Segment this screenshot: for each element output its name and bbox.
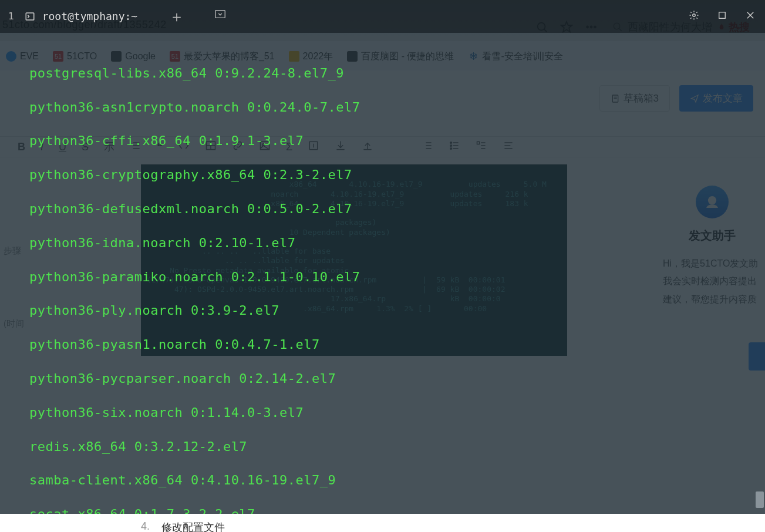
package-line: python36-pyasn1.noarch 0:0.4.7-1.el7 [14, 336, 753, 353]
package-line: python36-defusedxml.noarch 0:0.5.0-2.el7 [14, 201, 753, 218]
close-icon[interactable] [745, 8, 756, 25]
terminal-output[interactable]: postgresql-libs.x86_64 0:9.2.24-8.el7_9 … [14, 48, 753, 508]
svg-point-42 [693, 14, 696, 16]
svg-rect-41 [215, 10, 225, 18]
package-line: redis.x86_64 0:3.2.12-2.el7 [14, 439, 753, 456]
package-line: python36-paramiko.noarch 0:2.1.1-0.10.el… [14, 269, 753, 286]
package-line: socat.x86_64 0:1.7.3.2-2.el7 [14, 506, 753, 514]
svg-rect-43 [719, 12, 726, 18]
package-line: python36-six.noarch 0:1.14.0-3.el7 [14, 405, 753, 422]
terminal-icon [25, 11, 35, 22]
terminal-tab-title: root@tymphany:~ [42, 8, 138, 25]
package-line: samba-client.x86_64 0:4.10.16-19.el7_9 [14, 472, 753, 489]
terminal-scrollbar-thumb[interactable] [756, 491, 764, 508]
package-line: python36-cryptography.x86_64 0:2.3-2.el7 [14, 167, 753, 184]
terminal-titlebar[interactable]: 1 root@tymphany:~ ＋ [0, 0, 765, 33]
maximize-icon[interactable] [717, 8, 727, 25]
package-line: python36-pycparser.noarch 0:2.14-2.el7 [14, 371, 753, 388]
svg-rect-40 [26, 13, 34, 20]
package-line: python36-cffi.x86_64 0:1.9.1-3.el7 [14, 133, 753, 150]
article-body-text: 4. 修改配置文件 [141, 520, 225, 532]
terminal-tab-number: 1 [8, 8, 14, 25]
terminal-window[interactable]: 1 root@tymphany:~ ＋ postgresql-libs.x86_… [0, 0, 765, 514]
settings-icon[interactable] [689, 8, 699, 25]
package-line: python36-idna.noarch 0:2.10-1.el7 [14, 235, 753, 252]
package-line: python36-asn1crypto.noarch 0:0.24.0-7.el… [14, 99, 753, 116]
package-line: python36-ply.noarch 0:3.9-2.el7 [14, 302, 753, 319]
tab-dropdown-icon[interactable] [202, 8, 238, 26]
terminal-tab[interactable]: 1 root@tymphany:~ [0, 0, 151, 33]
new-tab-button[interactable]: ＋ [151, 8, 202, 25]
package-line: postgresql-libs.x86_64 0:9.2.24-8.el7_9 [14, 65, 753, 82]
